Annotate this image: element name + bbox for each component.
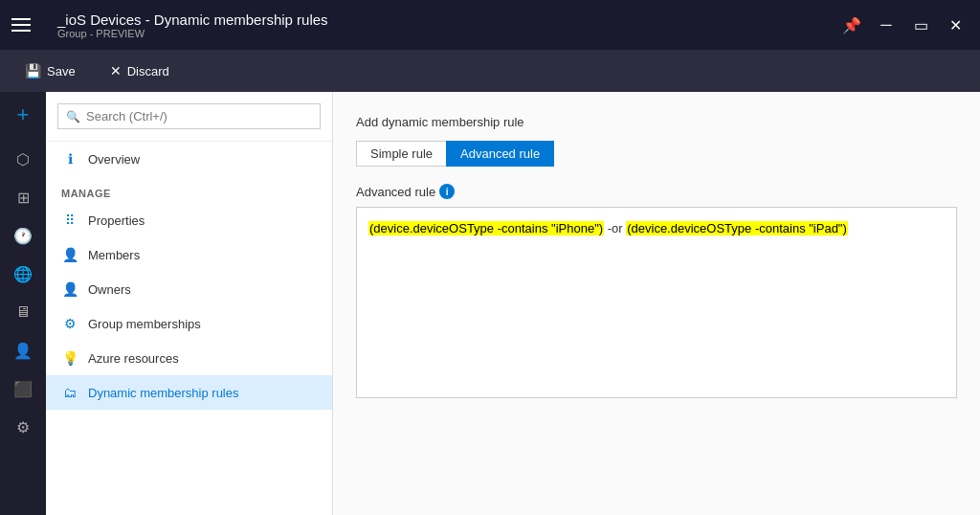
right-panel: Add dynamic membership rule Simple rule … bbox=[333, 92, 980, 515]
sidebar-icon-cube[interactable]: ⬡ bbox=[6, 142, 40, 176]
members-icon: 👤 bbox=[61, 247, 78, 262]
save-button[interactable]: 💾 Save bbox=[15, 57, 85, 84]
nav-item-azure-resources[interactable]: 💡 Azure resources bbox=[46, 341, 332, 375]
window-subtitle: Group - PREVIEW bbox=[57, 28, 838, 39]
nav-item-properties[interactable]: ⠿ Properties bbox=[46, 203, 332, 237]
dynamic-rules-icon: 🗂 bbox=[61, 385, 78, 400]
nav-label-overview: Overview bbox=[88, 152, 140, 167]
rule-text: (device.deviceOSType -contains "iPhone")… bbox=[368, 221, 848, 235]
main-layout: + ⬡ ⊞ 🕐 🌐 🖥 👤 ⬛ ⚙ 🔍 ℹ Overview MANAGE ⠿ … bbox=[0, 92, 980, 515]
highlight-1: (device.deviceOSType -contains "iPhone") bbox=[368, 221, 604, 235]
nav-item-dynamic-rules[interactable]: 🗂 Dynamic membership rules bbox=[46, 375, 332, 410]
nav-item-members[interactable]: 👤 Members bbox=[46, 237, 332, 272]
info-icon: i bbox=[439, 184, 455, 199]
sidebar-icon-monitor[interactable]: 🖥 bbox=[6, 295, 40, 329]
search-input-wrap[interactable]: 🔍 bbox=[57, 103, 321, 129]
properties-icon: ⠿ bbox=[61, 213, 78, 228]
sidebar-icon-globe[interactable]: 🌐 bbox=[6, 257, 40, 291]
window-title: _ioS Devices - Dynamic membership rules bbox=[57, 11, 838, 28]
nav-label-group-memberships: Group memberships bbox=[88, 317, 201, 331]
search-input[interactable] bbox=[86, 109, 312, 123]
tab-advanced-rule[interactable]: Advanced rule bbox=[446, 141, 554, 167]
rule-textarea[interactable]: (device.deviceOSType -contains "iPhone")… bbox=[356, 207, 957, 398]
search-icon: 🔍 bbox=[66, 110, 80, 123]
nav-label-azure-resources: Azure resources bbox=[88, 351, 179, 366]
maximize-button[interactable]: ▭ bbox=[907, 11, 934, 38]
tab-simple-rule[interactable]: Simple rule bbox=[356, 141, 446, 167]
title-bar: _ioS Devices - Dynamic membership rules … bbox=[0, 0, 980, 50]
window-controls: 📌 ─ ▭ ✕ bbox=[838, 11, 969, 38]
nav-label-properties: Properties bbox=[88, 213, 145, 228]
manage-section-header: MANAGE bbox=[46, 176, 332, 203]
nav-label-dynamic-rules: Dynamic membership rules bbox=[88, 386, 239, 400]
discard-button[interactable]: ✕ Discard bbox=[100, 57, 179, 84]
nav-label-members: Members bbox=[88, 248, 140, 262]
nav-item-owners[interactable]: 👤 Owners bbox=[46, 272, 332, 306]
azure-resources-icon: 💡 bbox=[61, 350, 78, 366]
sidebar-icon-settings[interactable]: ⚙ bbox=[6, 410, 40, 444]
group-memberships-icon: ⚙ bbox=[61, 316, 78, 331]
nav-item-group-memberships[interactable]: ⚙ Group memberships bbox=[46, 306, 332, 341]
pin-button[interactable]: 📌 bbox=[838, 11, 865, 38]
advanced-rule-label: Advanced rule i bbox=[356, 184, 957, 199]
left-panel: 🔍 ℹ Overview MANAGE ⠿ Properties 👤 Membe… bbox=[46, 92, 333, 515]
owners-icon: 👤 bbox=[61, 281, 78, 297]
hamburger-menu[interactable] bbox=[11, 18, 46, 32]
highlight-2: (device.deviceOSType -contains "iPad") bbox=[626, 221, 848, 235]
add-button[interactable]: + bbox=[8, 100, 38, 130]
close-button[interactable]: ✕ bbox=[942, 11, 969, 38]
rule-tabs: Simple rule Advanced rule bbox=[356, 141, 957, 167]
toolbar: 💾 Save ✕ Discard bbox=[0, 50, 980, 92]
nav-item-overview[interactable]: ℹ Overview bbox=[46, 142, 332, 176]
add-rule-title: Add dynamic membership rule bbox=[356, 115, 957, 129]
search-box: 🔍 bbox=[46, 92, 332, 142]
icon-sidebar: + ⬡ ⊞ 🕐 🌐 🖥 👤 ⬛ ⚙ bbox=[0, 92, 46, 515]
discard-icon: ✕ bbox=[110, 63, 122, 78]
overview-icon: ℹ bbox=[61, 151, 78, 167]
nav-label-owners: Owners bbox=[88, 282, 131, 297]
sidebar-icon-app[interactable]: ⬛ bbox=[6, 371, 40, 406]
sidebar-icon-clock[interactable]: 🕐 bbox=[6, 218, 40, 253]
sidebar-icon-grid[interactable]: ⊞ bbox=[6, 180, 40, 214]
sidebar-icon-person[interactable]: 👤 bbox=[6, 333, 40, 368]
minimize-button[interactable]: ─ bbox=[873, 11, 900, 38]
title-bar-text: _ioS Devices - Dynamic membership rules … bbox=[57, 11, 838, 39]
save-icon: 💾 bbox=[25, 63, 41, 78]
